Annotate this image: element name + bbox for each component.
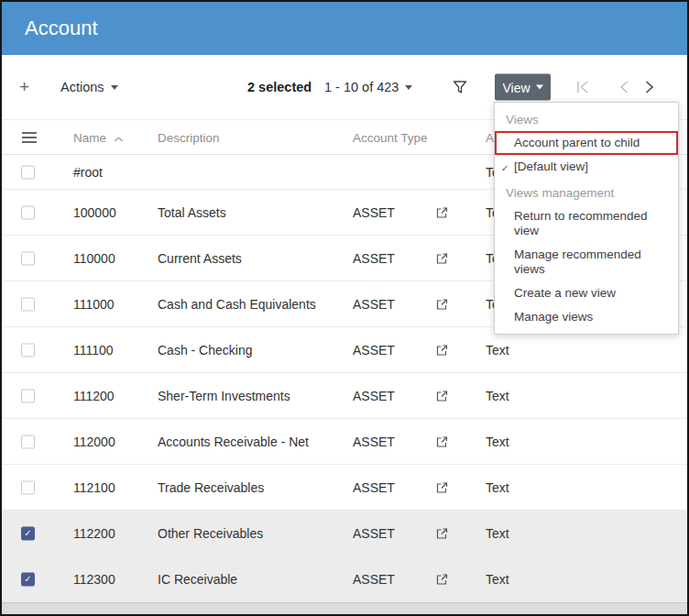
cell-name: #root xyxy=(73,165,103,180)
menu-section-views-management: Views management xyxy=(495,179,678,204)
cell-name: 111100 xyxy=(73,343,114,358)
menu-item-default-view-label: [Default view] xyxy=(514,160,588,173)
cell-account-type: ASSET xyxy=(353,480,395,495)
view-label: View xyxy=(502,80,530,94)
cell-description: Cash and Cash Equivalents xyxy=(158,297,316,312)
cell-text: Text xyxy=(486,572,509,587)
row-checkbox[interactable]: ✓ xyxy=(21,526,35,540)
cell-description: Total Assets xyxy=(158,205,226,220)
cell-description: Trade Receivables xyxy=(158,480,264,495)
prev-page-button[interactable] xyxy=(619,80,629,94)
cell-name: 112000 xyxy=(73,434,115,449)
cell-text: Text xyxy=(486,343,509,358)
app-header: Account xyxy=(2,2,687,55)
cell-description: IC Receivable xyxy=(158,572,237,587)
cell-description: Current Assets xyxy=(158,251,242,266)
selected-count: 2 selected xyxy=(247,80,312,94)
row-checkbox[interactable] xyxy=(21,205,35,219)
row-checkbox[interactable] xyxy=(21,434,35,448)
column-header-partial[interactable]: A xyxy=(486,130,494,144)
row-checkbox[interactable] xyxy=(21,480,35,494)
cell-description: Sher-Term Investments xyxy=(158,389,290,403)
cell-account-type: ASSET xyxy=(353,205,395,220)
menu-item-default-view[interactable]: ✓[Default view] xyxy=(495,155,678,179)
external-link-icon[interactable] xyxy=(436,206,448,218)
external-link-icon[interactable] xyxy=(436,390,448,402)
cell-description: Cash - Checking xyxy=(158,343,253,358)
chevron-down-icon xyxy=(111,85,118,90)
cell-name: 110000 xyxy=(73,251,115,266)
cell-account-type: ASSET xyxy=(353,297,395,312)
cell-account-type: ASSET xyxy=(353,343,395,358)
cell-name: 112300 xyxy=(73,572,115,587)
row-checkbox[interactable] xyxy=(21,251,35,265)
add-button[interactable]: + xyxy=(19,77,29,97)
cell-account-type: ASSET xyxy=(353,389,395,403)
cell-text: Text xyxy=(486,389,509,403)
menu-item-manage-views[interactable]: Manage views xyxy=(495,305,678,329)
cell-description: Accounts Receivable - Net xyxy=(158,434,309,449)
menu-item-manage-recommended-views[interactable]: Manage recommended views xyxy=(495,243,678,281)
table-row: 112100 Trade Receivables ASSET Text xyxy=(2,465,687,511)
table-row: ✓ 112300 IC Receivable ASSET Text xyxy=(2,556,687,602)
cell-account-type: ASSET xyxy=(353,251,395,266)
view-button[interactable]: View xyxy=(495,74,551,101)
external-link-icon[interactable] xyxy=(436,298,448,310)
sort-ascending-icon xyxy=(115,137,123,141)
cell-text: Text xyxy=(486,434,509,449)
table-row: 112000 Accounts Receivable - Net ASSET T… xyxy=(2,419,687,465)
table-row: 111200 Sher-Term Investments ASSET Text xyxy=(2,373,687,419)
column-header-name-label: Name xyxy=(73,130,106,144)
pagination-dropdown[interactable]: 1 - 10 of 423 xyxy=(324,80,412,94)
column-header-name[interactable]: Name xyxy=(73,130,123,144)
external-link-icon[interactable] xyxy=(436,344,448,356)
external-link-icon[interactable] xyxy=(436,481,448,493)
external-link-icon[interactable] xyxy=(436,527,448,539)
external-link-icon[interactable] xyxy=(436,252,448,264)
cell-account-type: ASSET xyxy=(353,572,395,587)
first-page-button[interactable] xyxy=(575,80,590,94)
cell-text: Text xyxy=(486,526,509,541)
pagination-label: 1 - 10 of 423 xyxy=(324,80,399,94)
cell-account-type: ASSET xyxy=(353,526,395,541)
external-link-icon[interactable] xyxy=(436,573,448,585)
menu-item-account-parent-to-child[interactable]: Account parent to child xyxy=(495,131,678,155)
view-menu: Views Account parent to child ✓[Default … xyxy=(494,102,679,335)
cell-description: Other Receivables xyxy=(158,526,263,541)
next-page-button[interactable] xyxy=(645,80,654,94)
actions-label: Actions xyxy=(60,80,104,94)
bottom-scrollbar[interactable] xyxy=(2,602,687,614)
menu-item-return-to-recommended-view[interactable]: Return to recommended view xyxy=(495,204,678,243)
filter-icon[interactable] xyxy=(453,81,467,94)
menu-section-views: Views xyxy=(495,105,678,131)
cell-name: 111200 xyxy=(73,389,115,403)
chevron-down-icon xyxy=(536,85,543,90)
app-window: Account + Actions 2 selected 1 - 10 of 4… xyxy=(0,0,689,616)
row-checkbox[interactable] xyxy=(21,297,35,311)
table-row: ✓ 112200 Other Receivables ASSET Text xyxy=(2,511,687,556)
column-header-description[interactable]: Description xyxy=(158,130,220,144)
columns-menu-icon[interactable] xyxy=(22,132,37,143)
row-checkbox[interactable] xyxy=(21,343,35,357)
actions-dropdown[interactable]: Actions xyxy=(60,80,118,94)
column-header-account-type[interactable]: Account Type xyxy=(353,130,428,144)
cell-text: Text xyxy=(486,480,509,495)
menu-item-create-a-new-view[interactable]: Create a new view xyxy=(495,281,678,305)
check-icon: ✓ xyxy=(501,161,509,176)
cell-name: 100000 xyxy=(73,205,116,220)
page-title: Account xyxy=(25,16,98,40)
cell-name: 111000 xyxy=(73,297,115,312)
external-link-icon[interactable] xyxy=(436,435,448,447)
row-checkbox[interactable]: ✓ xyxy=(21,572,35,586)
chevron-down-icon xyxy=(405,85,412,90)
cell-account-type: ASSET xyxy=(353,434,395,449)
cell-name: 112200 xyxy=(73,526,115,541)
row-checkbox[interactable] xyxy=(21,165,35,179)
row-checkbox[interactable] xyxy=(21,389,35,402)
cell-name: 112100 xyxy=(73,480,115,495)
